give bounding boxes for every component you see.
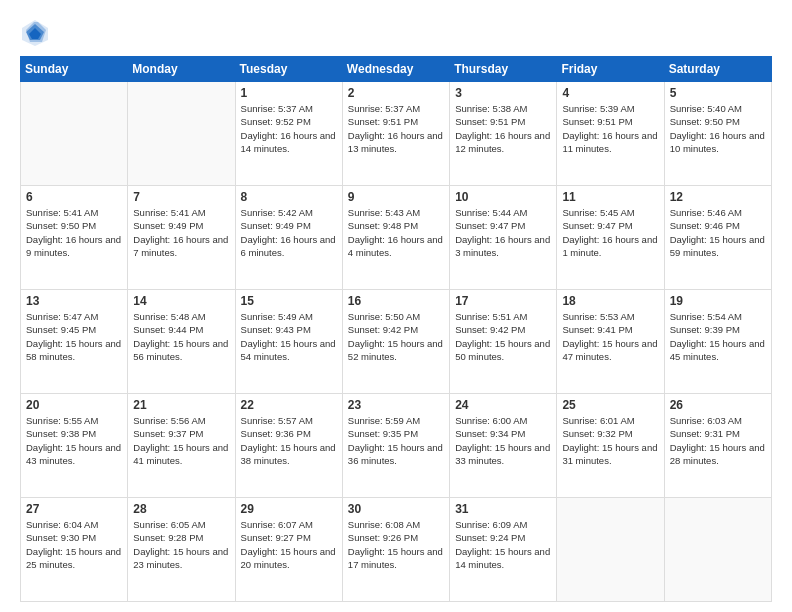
weekday-header-thursday: Thursday — [450, 57, 557, 82]
calendar-cell: 10Sunrise: 5:44 AM Sunset: 9:47 PM Dayli… — [450, 186, 557, 290]
day-info: Sunrise: 5:47 AM Sunset: 9:45 PM Dayligh… — [26, 310, 122, 363]
day-info: Sunrise: 5:57 AM Sunset: 9:36 PM Dayligh… — [241, 414, 337, 467]
calendar-cell: 11Sunrise: 5:45 AM Sunset: 9:47 PM Dayli… — [557, 186, 664, 290]
day-info: Sunrise: 5:48 AM Sunset: 9:44 PM Dayligh… — [133, 310, 229, 363]
day-number: 3 — [455, 86, 551, 100]
calendar-cell: 26Sunrise: 6:03 AM Sunset: 9:31 PM Dayli… — [664, 394, 771, 498]
day-number: 7 — [133, 190, 229, 204]
calendar-cell: 20Sunrise: 5:55 AM Sunset: 9:38 PM Dayli… — [21, 394, 128, 498]
calendar-cell: 2Sunrise: 5:37 AM Sunset: 9:51 PM Daylig… — [342, 82, 449, 186]
calendar-week-4: 20Sunrise: 5:55 AM Sunset: 9:38 PM Dayli… — [21, 394, 772, 498]
day-number: 23 — [348, 398, 444, 412]
weekday-header-row: SundayMondayTuesdayWednesdayThursdayFrid… — [21, 57, 772, 82]
calendar-cell — [557, 498, 664, 602]
day-info: Sunrise: 6:04 AM Sunset: 9:30 PM Dayligh… — [26, 518, 122, 571]
calendar-cell — [128, 82, 235, 186]
day-info: Sunrise: 5:39 AM Sunset: 9:51 PM Dayligh… — [562, 102, 658, 155]
day-info: Sunrise: 5:40 AM Sunset: 9:50 PM Dayligh… — [670, 102, 766, 155]
calendar-week-5: 27Sunrise: 6:04 AM Sunset: 9:30 PM Dayli… — [21, 498, 772, 602]
day-info: Sunrise: 5:51 AM Sunset: 9:42 PM Dayligh… — [455, 310, 551, 363]
day-info: Sunrise: 5:43 AM Sunset: 9:48 PM Dayligh… — [348, 206, 444, 259]
day-number: 19 — [670, 294, 766, 308]
calendar-week-1: 1Sunrise: 5:37 AM Sunset: 9:52 PM Daylig… — [21, 82, 772, 186]
calendar-cell: 9Sunrise: 5:43 AM Sunset: 9:48 PM Daylig… — [342, 186, 449, 290]
calendar-cell: 1Sunrise: 5:37 AM Sunset: 9:52 PM Daylig… — [235, 82, 342, 186]
day-number: 12 — [670, 190, 766, 204]
day-info: Sunrise: 5:54 AM Sunset: 9:39 PM Dayligh… — [670, 310, 766, 363]
calendar-cell: 13Sunrise: 5:47 AM Sunset: 9:45 PM Dayli… — [21, 290, 128, 394]
weekday-header-friday: Friday — [557, 57, 664, 82]
calendar-cell: 21Sunrise: 5:56 AM Sunset: 9:37 PM Dayli… — [128, 394, 235, 498]
weekday-header-tuesday: Tuesday — [235, 57, 342, 82]
day-number: 24 — [455, 398, 551, 412]
day-number: 9 — [348, 190, 444, 204]
calendar-table: SundayMondayTuesdayWednesdayThursdayFrid… — [20, 56, 772, 602]
day-number: 5 — [670, 86, 766, 100]
day-number: 20 — [26, 398, 122, 412]
calendar-cell: 16Sunrise: 5:50 AM Sunset: 9:42 PM Dayli… — [342, 290, 449, 394]
day-info: Sunrise: 5:49 AM Sunset: 9:43 PM Dayligh… — [241, 310, 337, 363]
calendar-body: 1Sunrise: 5:37 AM Sunset: 9:52 PM Daylig… — [21, 82, 772, 602]
calendar-cell: 29Sunrise: 6:07 AM Sunset: 9:27 PM Dayli… — [235, 498, 342, 602]
day-info: Sunrise: 5:41 AM Sunset: 9:49 PM Dayligh… — [133, 206, 229, 259]
day-number: 31 — [455, 502, 551, 516]
day-info: Sunrise: 6:08 AM Sunset: 9:26 PM Dayligh… — [348, 518, 444, 571]
day-info: Sunrise: 5:55 AM Sunset: 9:38 PM Dayligh… — [26, 414, 122, 467]
calendar-cell — [664, 498, 771, 602]
weekday-header-monday: Monday — [128, 57, 235, 82]
day-number: 14 — [133, 294, 229, 308]
weekday-header-saturday: Saturday — [664, 57, 771, 82]
calendar-cell: 8Sunrise: 5:42 AM Sunset: 9:49 PM Daylig… — [235, 186, 342, 290]
day-number: 28 — [133, 502, 229, 516]
weekday-header-wednesday: Wednesday — [342, 57, 449, 82]
day-info: Sunrise: 6:03 AM Sunset: 9:31 PM Dayligh… — [670, 414, 766, 467]
calendar-cell: 17Sunrise: 5:51 AM Sunset: 9:42 PM Dayli… — [450, 290, 557, 394]
day-info: Sunrise: 5:37 AM Sunset: 9:52 PM Dayligh… — [241, 102, 337, 155]
page: SundayMondayTuesdayWednesdayThursdayFrid… — [0, 0, 792, 612]
day-number: 22 — [241, 398, 337, 412]
day-number: 27 — [26, 502, 122, 516]
day-info: Sunrise: 5:37 AM Sunset: 9:51 PM Dayligh… — [348, 102, 444, 155]
day-info: Sunrise: 5:45 AM Sunset: 9:47 PM Dayligh… — [562, 206, 658, 259]
day-number: 1 — [241, 86, 337, 100]
day-number: 15 — [241, 294, 337, 308]
calendar-cell: 18Sunrise: 5:53 AM Sunset: 9:41 PM Dayli… — [557, 290, 664, 394]
day-info: Sunrise: 5:41 AM Sunset: 9:50 PM Dayligh… — [26, 206, 122, 259]
calendar-cell: 14Sunrise: 5:48 AM Sunset: 9:44 PM Dayli… — [128, 290, 235, 394]
calendar-cell: 15Sunrise: 5:49 AM Sunset: 9:43 PM Dayli… — [235, 290, 342, 394]
day-number: 29 — [241, 502, 337, 516]
day-number: 16 — [348, 294, 444, 308]
day-info: Sunrise: 6:09 AM Sunset: 9:24 PM Dayligh… — [455, 518, 551, 571]
calendar-cell: 4Sunrise: 5:39 AM Sunset: 9:51 PM Daylig… — [557, 82, 664, 186]
day-info: Sunrise: 5:59 AM Sunset: 9:35 PM Dayligh… — [348, 414, 444, 467]
calendar-cell: 7Sunrise: 5:41 AM Sunset: 9:49 PM Daylig… — [128, 186, 235, 290]
calendar-cell: 24Sunrise: 6:00 AM Sunset: 9:34 PM Dayli… — [450, 394, 557, 498]
day-info: Sunrise: 5:44 AM Sunset: 9:47 PM Dayligh… — [455, 206, 551, 259]
day-number: 18 — [562, 294, 658, 308]
day-info: Sunrise: 5:53 AM Sunset: 9:41 PM Dayligh… — [562, 310, 658, 363]
day-info: Sunrise: 6:07 AM Sunset: 9:27 PM Dayligh… — [241, 518, 337, 571]
weekday-header-sunday: Sunday — [21, 57, 128, 82]
day-number: 11 — [562, 190, 658, 204]
day-info: Sunrise: 5:46 AM Sunset: 9:46 PM Dayligh… — [670, 206, 766, 259]
calendar-cell: 30Sunrise: 6:08 AM Sunset: 9:26 PM Dayli… — [342, 498, 449, 602]
calendar-cell: 3Sunrise: 5:38 AM Sunset: 9:51 PM Daylig… — [450, 82, 557, 186]
calendar-week-2: 6Sunrise: 5:41 AM Sunset: 9:50 PM Daylig… — [21, 186, 772, 290]
day-number: 2 — [348, 86, 444, 100]
logo-icon — [20, 18, 50, 48]
calendar-cell: 25Sunrise: 6:01 AM Sunset: 9:32 PM Dayli… — [557, 394, 664, 498]
calendar-cell: 5Sunrise: 5:40 AM Sunset: 9:50 PM Daylig… — [664, 82, 771, 186]
calendar-cell: 23Sunrise: 5:59 AM Sunset: 9:35 PM Dayli… — [342, 394, 449, 498]
day-info: Sunrise: 6:00 AM Sunset: 9:34 PM Dayligh… — [455, 414, 551, 467]
day-info: Sunrise: 6:01 AM Sunset: 9:32 PM Dayligh… — [562, 414, 658, 467]
day-number: 6 — [26, 190, 122, 204]
calendar-week-3: 13Sunrise: 5:47 AM Sunset: 9:45 PM Dayli… — [21, 290, 772, 394]
day-info: Sunrise: 5:50 AM Sunset: 9:42 PM Dayligh… — [348, 310, 444, 363]
day-number: 8 — [241, 190, 337, 204]
header — [20, 18, 772, 48]
day-number: 13 — [26, 294, 122, 308]
day-number: 4 — [562, 86, 658, 100]
calendar-cell: 6Sunrise: 5:41 AM Sunset: 9:50 PM Daylig… — [21, 186, 128, 290]
calendar-cell — [21, 82, 128, 186]
calendar-cell: 27Sunrise: 6:04 AM Sunset: 9:30 PM Dayli… — [21, 498, 128, 602]
